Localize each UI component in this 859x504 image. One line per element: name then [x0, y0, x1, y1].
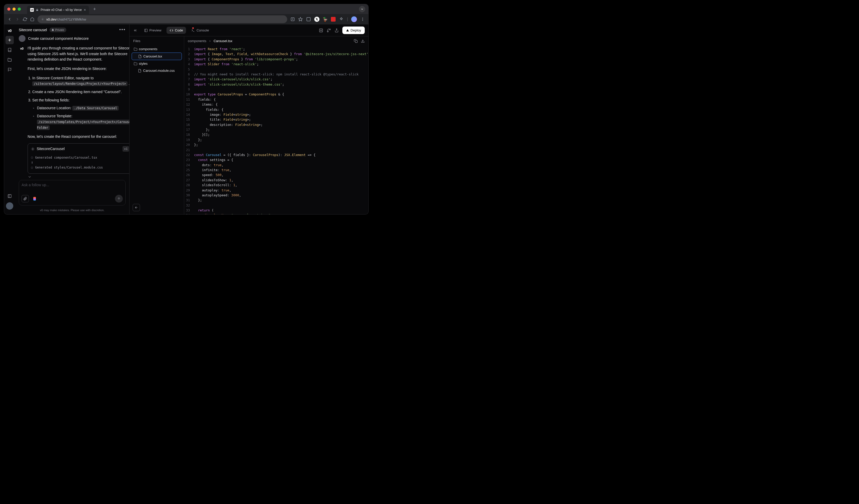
feedback-button[interactable]	[5, 65, 14, 74]
tab-preview[interactable]: Preview	[141, 27, 164, 34]
extension-icon[interactable]: 🦆	[322, 17, 328, 22]
code-line[interactable]: 10export type CarouselProps = ComponentP…	[184, 92, 368, 97]
code-line[interactable]: 29 autoplay: true,	[184, 188, 368, 193]
tab-code[interactable]: Code	[166, 27, 186, 34]
forward-button[interactable]	[15, 17, 20, 21]
maximize-window-button[interactable]	[18, 7, 21, 11]
file-carousel-css[interactable]: Carousel.module.css	[132, 67, 182, 74]
assistant-message: v0 I'll guide you through creating a car…	[19, 46, 126, 180]
copy-code-button[interactable]	[354, 39, 358, 43]
send-button[interactable]	[115, 195, 123, 202]
bookmark-button[interactable]	[298, 17, 303, 21]
extensions-button[interactable]	[339, 17, 344, 22]
folder-styles[interactable]: styles	[132, 60, 182, 67]
projects-button[interactable]	[5, 56, 14, 64]
code-editor[interactable]: 1import React from 'react';2import { Ima…	[184, 46, 368, 214]
code-line[interactable]: 4import Slider from 'react-slick';	[184, 62, 368, 66]
code-generation-card[interactable]: SitecoreCarousel v1 Generated components…	[28, 143, 129, 174]
code-line[interactable]: 15 title: Field<string>;	[184, 117, 368, 122]
code-line[interactable]: 28 slidesToScroll: 1,	[184, 183, 368, 187]
code-line[interactable]: 3import { ComponentProps } from 'lib/com…	[184, 57, 368, 62]
files-header: Files	[130, 36, 184, 46]
download-code-button[interactable]	[361, 39, 365, 43]
url-input[interactable]: v0.dev/chat/H71zYl8Mkhw	[37, 15, 287, 23]
composer-input[interactable]	[21, 183, 123, 191]
x-extension-icon[interactable]: 𝕏	[314, 17, 319, 22]
code-line[interactable]: 31 };	[184, 198, 368, 202]
code-line[interactable]: 30 autoplaySpeed: 3000,	[184, 193, 368, 198]
install-app-button[interactable]	[290, 17, 295, 21]
user-avatar[interactable]	[6, 202, 13, 210]
figma-button[interactable]	[31, 195, 38, 202]
code-line[interactable]: 13 fields: {	[184, 107, 368, 112]
new-chat-button[interactable]	[5, 36, 14, 44]
svg-rect-13	[145, 29, 148, 32]
minimize-window-button[interactable]	[13, 7, 16, 11]
library-button[interactable]	[5, 46, 14, 54]
file-icon	[138, 55, 142, 58]
code-line[interactable]: 9	[184, 87, 368, 92]
code-line[interactable]: 25 infinite: true,	[184, 167, 368, 172]
gear-icon	[31, 147, 35, 151]
code-line[interactable]: 1import React from 'react';	[184, 47, 368, 51]
folder-components[interactable]: components	[132, 46, 182, 52]
profile-avatar[interactable]	[351, 16, 357, 22]
step-item: In Sitecore Content Editor, navigate to …	[32, 75, 129, 87]
code-line[interactable]: 19 };	[184, 137, 368, 142]
fork-button[interactable]	[327, 28, 331, 32]
code-line[interactable]: 2import { Image, Text, Field, withDataso…	[184, 51, 368, 57]
code-line[interactable]: 6// You might need to install react-slic…	[184, 72, 368, 77]
svg-rect-22	[355, 41, 358, 43]
add-to-codebase-button[interactable]	[319, 28, 323, 32]
code-line[interactable]: 8import 'slick-carousel/slick/slick-them…	[184, 82, 368, 87]
code-line[interactable]: 5	[184, 67, 368, 72]
right-header: Preview Code Console Dep	[130, 25, 368, 36]
code-line[interactable]: 11 fields: {	[184, 97, 368, 102]
code-line[interactable]: 16 description: Field<string>;	[184, 122, 368, 127]
chat-more-button[interactable]: •••	[119, 27, 126, 32]
collapse-right-button[interactable]	[133, 28, 137, 32]
deploy-button[interactable]: Deploy	[342, 27, 365, 34]
code-line[interactable]: 27 slidesToShow: 1,	[184, 178, 368, 183]
code-line[interactable]: 7import 'slick-carousel/slick/slick.css'…	[184, 77, 368, 82]
code-line[interactable]: 24 dots: true,	[184, 163, 368, 167]
code-line[interactable]: 20};	[184, 142, 368, 147]
new-tab-button[interactable]: +	[91, 6, 98, 12]
reload-button[interactable]	[23, 17, 27, 21]
code-line[interactable]: 26 speed: 500,	[184, 172, 368, 177]
breadcrumb-parent[interactable]: components	[188, 39, 206, 43]
chat-title: Sitecore carousel	[19, 28, 47, 32]
private-badge[interactable]: Private	[49, 28, 66, 32]
breadcrumb: components Carousel.tsx	[184, 36, 368, 46]
extension-icon[interactable]	[306, 17, 311, 22]
expand-card-button[interactable]	[28, 175, 129, 179]
tab-console[interactable]: Console	[188, 27, 212, 34]
close-tab-button[interactable]: ×	[84, 8, 86, 12]
tabs-overflow-button[interactable]	[359, 6, 365, 12]
browser-tab[interactable]: v0 Private v0 Chat – v0 by Verce ×	[27, 6, 89, 14]
browser-menu-button[interactable]	[360, 17, 365, 22]
code-line[interactable]: 33 return (	[184, 208, 368, 213]
extension-icon[interactable]	[331, 17, 335, 21]
code-line[interactable]: 34 <div className="carousel-container">	[184, 213, 368, 214]
code-line[interactable]: 14 image: Field<string>;	[184, 112, 368, 117]
code-line[interactable]: 23 const settings = {	[184, 157, 368, 162]
collapse-explorer-button[interactable]	[133, 204, 140, 211]
attach-button[interactable]	[21, 195, 29, 202]
code-line[interactable]: 12 items: {	[184, 102, 368, 107]
chat-scroll[interactable]: Create caroucel component #sitecore v0 I…	[15, 35, 129, 180]
code-line[interactable]: 21	[184, 148, 368, 152]
share-button[interactable]	[334, 28, 339, 32]
close-window-button[interactable]	[7, 7, 11, 11]
toggle-sidebar-button[interactable]	[5, 192, 14, 200]
svg-point-19	[329, 29, 330, 30]
v0-logo[interactable]: v0	[6, 27, 13, 34]
back-button[interactable]	[7, 17, 12, 21]
code-line[interactable]: 22const Carousel = ({ fields }: Carousel…	[184, 152, 368, 157]
svg-point-20	[327, 31, 328, 32]
file-carousel-tsx[interactable]: Carousel.tsx	[132, 52, 182, 60]
code-line[interactable]: 18 }[];	[184, 132, 368, 137]
home-button[interactable]	[30, 17, 34, 21]
code-line[interactable]: 32	[184, 203, 368, 208]
code-line[interactable]: 17 };	[184, 127, 368, 132]
